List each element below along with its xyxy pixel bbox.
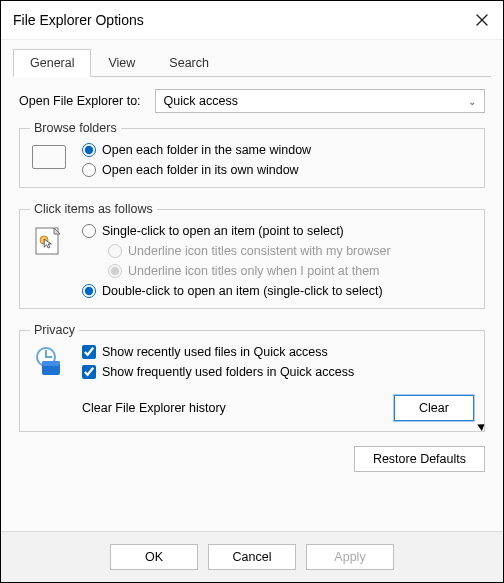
chevron-down-icon: ⌄ — [468, 96, 476, 107]
tab-view[interactable]: View — [91, 49, 152, 77]
folder-window-icon — [30, 143, 68, 177]
radio-double-click[interactable]: Double-click to open an item (single-cli… — [82, 284, 474, 298]
check-recent-files[interactable]: Show recently used files in Quick access — [82, 345, 474, 359]
ok-button[interactable]: OK — [110, 544, 198, 570]
radio-underline-point: Underline icon titles only when I point … — [108, 264, 474, 278]
svg-rect-5 — [42, 361, 60, 366]
radio-own-window[interactable]: Open each folder in its own window — [82, 163, 474, 177]
restore-defaults-button[interactable]: Restore Defaults — [354, 446, 485, 472]
radio-single-click[interactable]: Single-click to open an item (point to s… — [82, 224, 474, 238]
browse-folders-group: Browse folders Open each folder in the s… — [19, 121, 485, 188]
close-icon[interactable] — [471, 9, 493, 31]
clear-history-label: Clear File Explorer history — [82, 401, 226, 415]
browse-folders-legend: Browse folders — [30, 121, 121, 135]
clear-button[interactable]: Clear — [394, 395, 474, 421]
check-frequent-folders[interactable]: Show frequently used folders in Quick ac… — [82, 365, 474, 379]
open-to-combo[interactable]: Quick access ⌄ — [155, 89, 485, 113]
click-item-icon — [30, 224, 68, 298]
window-title: File Explorer Options — [13, 12, 144, 28]
tab-general[interactable]: General — [13, 49, 91, 77]
radio-same-window[interactable]: Open each folder in the same window — [82, 143, 474, 157]
apply-button[interactable]: Apply — [306, 544, 394, 570]
privacy-legend: Privacy — [30, 323, 79, 337]
privacy-group: Privacy Show recently used files in Quic… — [19, 323, 485, 432]
tab-bar: General View Search — [13, 48, 491, 77]
click-items-group: Click items as follows Single-click to o… — [19, 202, 485, 309]
radio-underline-browser: Underline icon titles consistent with my… — [108, 244, 474, 258]
open-to-label: Open File Explorer to: — [19, 94, 141, 108]
privacy-icon — [30, 345, 68, 421]
click-items-legend: Click items as follows — [30, 202, 157, 216]
tab-search[interactable]: Search — [152, 49, 226, 77]
cancel-button[interactable]: Cancel — [208, 544, 296, 570]
open-to-value: Quick access — [164, 94, 238, 108]
